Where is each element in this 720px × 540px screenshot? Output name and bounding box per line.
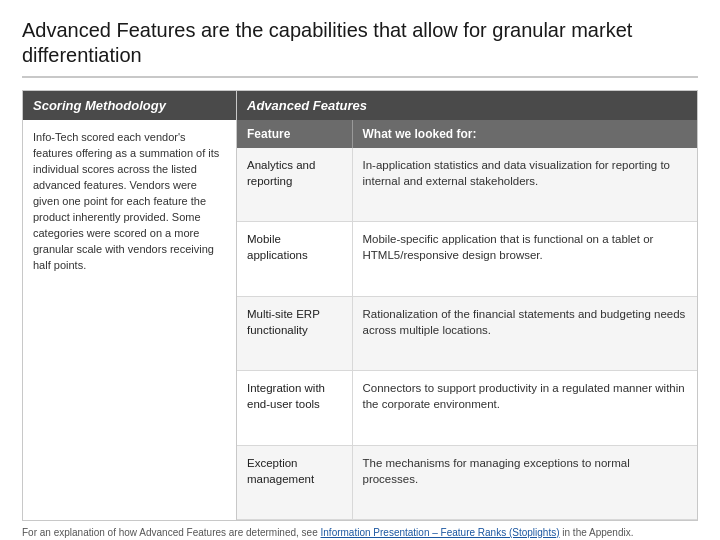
table-row: Integration with end-user toolsConnector…: [237, 371, 697, 445]
scoring-methodology-body: Info-Tech scored each vendor's features …: [23, 120, 236, 520]
features-table-body: Analytics and reportingIn-application st…: [237, 148, 697, 520]
feature-desc-cell: Mobile-specific application that is func…: [352, 222, 697, 296]
footer: For an explanation of how Advanced Featu…: [22, 521, 698, 540]
table-row: Exception managementThe mechanisms for m…: [237, 445, 697, 519]
feature-desc-cell: The mechanisms for managing exceptions t…: [352, 445, 697, 519]
feature-desc-cell: Rationalization of the financial stateme…: [352, 296, 697, 370]
table-header-row: Feature What we looked for:: [237, 120, 697, 148]
table-row: Multi-site ERP functionalityRationalizat…: [237, 296, 697, 370]
scoring-methodology-header: Scoring Methodology: [23, 91, 236, 120]
footer-note-suffix: in the Appendix.: [560, 527, 634, 538]
page-title: Advanced Features are the capabilities t…: [22, 18, 698, 78]
feature-name-cell: Mobile applications: [237, 222, 352, 296]
feature-name-cell: Analytics and reporting: [237, 148, 352, 222]
feature-desc-cell: In-application statistics and data visua…: [352, 148, 697, 222]
footer-note-link[interactable]: Information Presentation – Feature Ranks…: [321, 527, 560, 538]
feature-name-cell: Exception management: [237, 445, 352, 519]
footer-note: For an explanation of how Advanced Featu…: [22, 527, 698, 538]
right-panel: Advanced Features Feature What we looked…: [237, 90, 698, 521]
col-feature-header: Feature: [237, 120, 352, 148]
features-table: Feature What we looked for: Analytics an…: [237, 120, 697, 520]
content-area: Scoring Methodology Info-Tech scored eac…: [22, 90, 698, 521]
feature-name-cell: Integration with end-user tools: [237, 371, 352, 445]
col-description-header: What we looked for:: [352, 120, 697, 148]
footer-note-prefix: For an explanation of how Advanced Featu…: [22, 527, 321, 538]
feature-name-cell: Multi-site ERP functionality: [237, 296, 352, 370]
feature-desc-cell: Connectors to support productivity in a …: [352, 371, 697, 445]
table-row: Mobile applicationsMobile-specific appli…: [237, 222, 697, 296]
advanced-features-header: Advanced Features: [237, 91, 697, 120]
left-panel: Scoring Methodology Info-Tech scored eac…: [22, 90, 237, 521]
page: Advanced Features are the capabilities t…: [0, 0, 720, 540]
table-row: Analytics and reportingIn-application st…: [237, 148, 697, 222]
